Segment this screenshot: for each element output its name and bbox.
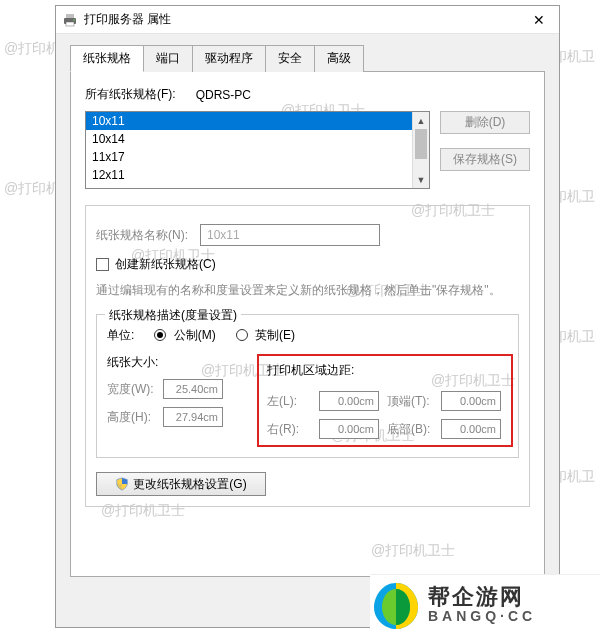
desc-group-title: 纸张规格描述(度量设置) xyxy=(105,307,241,324)
radio-english-icon xyxy=(236,329,248,341)
margin-right-input[interactable]: 0.00cm xyxy=(319,419,379,439)
change-form-settings-label: 更改纸张规格设置(G) xyxy=(133,476,246,493)
titlebar: 打印服务器 属性 ✕ xyxy=(56,6,559,34)
list-item[interactable]: 10x14 xyxy=(86,130,412,148)
margin-bottom-label: 底部(B): xyxy=(387,421,435,438)
tab-paper-forms[interactable]: 纸张规格 xyxy=(70,45,144,72)
width-input[interactable]: 25.40cm xyxy=(163,379,223,399)
svg-rect-1 xyxy=(66,14,74,18)
svg-rect-2 xyxy=(66,22,74,26)
margin-right-label: 右(R): xyxy=(267,421,313,438)
create-hint: 通过编辑现有的名称和度量设置来定义新的纸张规格，然后单击"保存规格"。 xyxy=(96,281,519,300)
brand-logo-icon xyxy=(370,579,422,631)
margin-top-label: 顶端(T): xyxy=(387,393,435,410)
brand-sub: BANGQ·CC xyxy=(428,609,536,624)
delete-button[interactable]: 删除(D) xyxy=(440,111,530,134)
width-label: 宽度(W): xyxy=(107,381,157,398)
scroll-up-icon[interactable]: ▲ xyxy=(413,112,429,129)
margin-top-input[interactable]: 0.00cm xyxy=(441,391,501,411)
scroll-thumb[interactable] xyxy=(415,129,427,159)
forms-listbox[interactable]: 10x11 10x14 11x17 12x11 ▲ ▼ xyxy=(85,111,430,189)
paper-size-label: 纸张大小: xyxy=(107,354,229,371)
server-name: QDRS-PC xyxy=(196,88,251,102)
form-name-input[interactable]: 10x11 xyxy=(200,224,380,246)
create-new-form-label: 创建新纸张规格(C) xyxy=(115,256,216,273)
brand-badge: 帮企游网 BANGQ·CC xyxy=(370,574,600,634)
tab-security[interactable]: 安全 xyxy=(265,45,315,72)
tab-strip: 纸张规格 端口 驱动程序 安全 高级 xyxy=(70,44,545,72)
height-input[interactable]: 27.94cm xyxy=(163,407,223,427)
printer-area-highlight: 打印机区域边距: 左(L): 0.00cm 顶端(T): 0.00cm 右(R)… xyxy=(257,354,513,447)
form-name-label: 纸张规格名称(N): xyxy=(96,227,188,244)
svg-point-3 xyxy=(73,19,75,21)
listbox-scrollbar[interactable]: ▲ ▼ xyxy=(412,112,429,188)
radio-english-label: 英制(E) xyxy=(255,328,295,342)
dialog-title: 打印服务器 属性 xyxy=(84,11,519,28)
tab-body: @打印机卫士 @打印机卫士 @打印机卫士 @打印机卫士 @打印机卫士 @打印机卫… xyxy=(70,72,545,577)
shield-icon xyxy=(115,477,129,491)
list-item[interactable]: 11x17 xyxy=(86,148,412,166)
client-area: 纸张规格 端口 驱动程序 安全 高级 @打印机卫士 @打印机卫士 @打印机卫士 … xyxy=(56,34,559,627)
radio-metric-label: 公制(M) xyxy=(174,328,216,342)
printer-icon xyxy=(62,12,78,28)
radio-metric[interactable]: 公制(M) xyxy=(154,327,215,344)
margin-left-label: 左(L): xyxy=(267,393,313,410)
scroll-down-icon[interactable]: ▼ xyxy=(413,171,429,188)
save-form-button[interactable]: 保存规格(S) xyxy=(440,148,530,171)
unit-label: 单位: xyxy=(107,327,134,344)
create-new-form-checkbox[interactable] xyxy=(96,258,109,271)
tab-advanced[interactable]: 高级 xyxy=(314,45,364,72)
tab-drivers[interactable]: 驱动程序 xyxy=(192,45,266,72)
watermark: @打印机卫士 xyxy=(371,542,455,560)
brand-name: 帮企游网 xyxy=(428,585,536,609)
margin-left-input[interactable]: 0.00cm xyxy=(319,391,379,411)
radio-english[interactable]: 英制(E) xyxy=(236,327,295,344)
tab-ports[interactable]: 端口 xyxy=(143,45,193,72)
list-item[interactable]: 12x11 xyxy=(86,166,412,184)
close-button[interactable]: ✕ xyxy=(519,6,559,34)
printer-area-label: 打印机区域边距: xyxy=(267,362,503,379)
radio-metric-icon xyxy=(154,329,166,341)
all-forms-label: 所有纸张规格(F): xyxy=(85,86,176,103)
dialog-print-server-properties: 打印服务器 属性 ✕ 纸张规格 端口 驱动程序 安全 高级 @打印机卫士 @打印… xyxy=(55,5,560,628)
change-form-settings-button[interactable]: 更改纸张规格设置(G) xyxy=(96,472,266,496)
list-item[interactable]: 10x11 xyxy=(86,112,412,130)
height-label: 高度(H): xyxy=(107,409,157,426)
margin-bottom-input[interactable]: 0.00cm xyxy=(441,419,501,439)
